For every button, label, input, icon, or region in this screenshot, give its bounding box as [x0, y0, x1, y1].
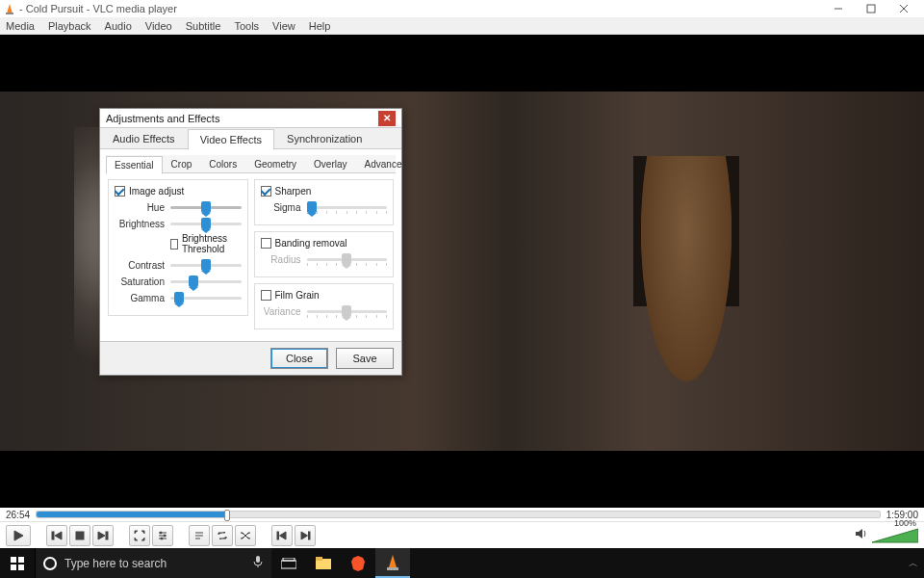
step-back-button[interactable]	[271, 525, 293, 546]
svg-rect-1	[6, 13, 13, 14]
svg-marker-0	[7, 4, 13, 13]
dialog-save-button[interactable]: Save	[336, 348, 394, 369]
film-grain-checkbox[interactable]	[261, 290, 271, 301]
time-elapsed[interactable]: 26:54	[6, 510, 30, 520]
mic-icon[interactable]	[252, 555, 264, 571]
playlist-button[interactable]	[189, 525, 210, 546]
radius-label: Radius	[261, 254, 301, 265]
window-title: - Cold Pursuit - VLC media player	[19, 3, 177, 14]
contrast-label: Contrast	[115, 260, 165, 271]
svg-rect-32	[387, 567, 398, 570]
subtab-advanced[interactable]: Advanced	[356, 155, 416, 172]
prev-button[interactable]	[46, 525, 67, 546]
svg-rect-27	[281, 561, 296, 568]
film-grain-group: Film Grain Variance	[254, 283, 395, 329]
play-button[interactable]	[6, 525, 31, 546]
contrast-slider[interactable]	[170, 258, 242, 272]
image-adjust-checkbox[interactable]	[115, 186, 125, 197]
menu-tools[interactable]: Tools	[234, 20, 259, 32]
close-window-button[interactable]	[887, 0, 920, 17]
sharpen-label: Sharpen	[275, 186, 312, 197]
menu-audio[interactable]: Audio	[105, 20, 132, 32]
volume-slider[interactable]: 100%	[872, 527, 918, 544]
speaker-icon[interactable]	[855, 527, 868, 544]
gamma-slider[interactable]	[170, 291, 242, 304]
fullscreen-button[interactable]	[129, 525, 150, 546]
svg-rect-18	[309, 532, 311, 539]
next-button[interactable]	[92, 525, 114, 546]
stop-button[interactable]	[69, 525, 90, 546]
subtab-crop[interactable]: Crop	[163, 155, 201, 172]
svg-marker-10	[98, 532, 105, 539]
seek-slider[interactable]	[36, 511, 881, 518]
svg-rect-24	[18, 565, 24, 570]
system-tray[interactable]: ︿	[903, 548, 924, 578]
menu-view[interactable]: View	[272, 20, 295, 32]
brightness-threshold-label: Brightness Threshold	[182, 233, 242, 254]
radius-slider[interactable]	[307, 252, 388, 266]
minimize-button[interactable]	[822, 0, 855, 17]
maximize-button[interactable]	[855, 0, 887, 17]
cortana-icon	[43, 557, 57, 570]
svg-rect-22	[18, 557, 24, 563]
dialog-title: Adjustments and Effects	[106, 113, 219, 124]
sigma-label: Sigma	[261, 202, 301, 213]
task-view-button[interactable]	[271, 548, 306, 578]
brightness-threshold-checkbox[interactable]	[170, 239, 178, 250]
menu-media[interactable]: Media	[6, 20, 35, 32]
sigma-slider[interactable]	[307, 200, 388, 214]
svg-marker-19	[856, 529, 862, 539]
svg-rect-23	[11, 565, 16, 570]
banding-removal-label: Banding removal	[275, 238, 347, 249]
hue-slider[interactable]	[170, 200, 242, 214]
brightness-slider[interactable]	[170, 217, 242, 230]
taskbar-search[interactable]: Type here to search	[35, 548, 271, 578]
subtab-essential[interactable]: Essential	[106, 156, 163, 174]
loop-button[interactable]	[212, 525, 233, 546]
variance-label: Variance	[261, 306, 301, 317]
saturation-slider[interactable]	[170, 275, 242, 288]
dialog-close-action-button[interactable]: Close	[270, 348, 328, 369]
windows-taskbar: Type here to search ︿	[0, 548, 924, 578]
svg-rect-15	[277, 532, 279, 539]
volume-percent: 100%	[894, 518, 916, 528]
svg-rect-30	[316, 557, 322, 561]
svg-rect-28	[283, 558, 295, 561]
svg-marker-6	[14, 531, 23, 540]
brightness-label: Brightness	[115, 219, 165, 229]
menu-playback[interactable]: Playback	[48, 20, 91, 32]
titlebar: - Cold Pursuit - VLC media player	[0, 0, 924, 17]
dialog-close-button[interactable]: ✕	[378, 111, 396, 126]
step-forward-button[interactable]	[295, 525, 316, 546]
menu-help[interactable]: Help	[309, 20, 331, 32]
menu-video[interactable]: Video	[145, 20, 172, 32]
tab-video-effects[interactable]: Video Effects	[188, 129, 274, 150]
sharpen-checkbox[interactable]	[261, 186, 271, 197]
shuffle-button[interactable]	[235, 525, 256, 546]
svg-point-12	[160, 532, 162, 534]
menu-subtitle[interactable]: Subtitle	[186, 20, 221, 32]
subtab-geometry[interactable]: Geometry	[245, 155, 305, 172]
extended-settings-button[interactable]	[152, 525, 173, 546]
svg-marker-8	[55, 532, 62, 539]
svg-rect-25	[256, 556, 260, 563]
hue-label: Hue	[115, 202, 165, 213]
subtab-colors[interactable]: Colors	[200, 155, 245, 172]
search-placeholder: Type here to search	[64, 557, 167, 570]
subtab-overlay[interactable]: Overlay	[305, 155, 355, 172]
tray-overflow-icon[interactable]: ︿	[909, 557, 918, 570]
taskbar-file-explorer[interactable]	[306, 548, 341, 578]
tab-audio-effects[interactable]: Audio Effects	[100, 128, 188, 148]
svg-marker-16	[280, 532, 287, 539]
tab-synchronization[interactable]: Synchronization	[274, 128, 374, 148]
adjustments-effects-dialog: Adjustments and Effects ✕ Audio Effects …	[99, 108, 402, 376]
taskbar-brave[interactable]	[341, 548, 375, 578]
banding-removal-checkbox[interactable]	[261, 238, 271, 249]
menubar: Media Playback Audio Video Subtitle Tool…	[0, 17, 924, 35]
start-button[interactable]	[0, 548, 35, 578]
taskbar-vlc[interactable]	[375, 548, 410, 578]
svg-rect-3	[867, 5, 875, 13]
svg-rect-21	[11, 557, 16, 563]
svg-point-13	[164, 535, 166, 537]
variance-slider[interactable]	[307, 304, 388, 318]
